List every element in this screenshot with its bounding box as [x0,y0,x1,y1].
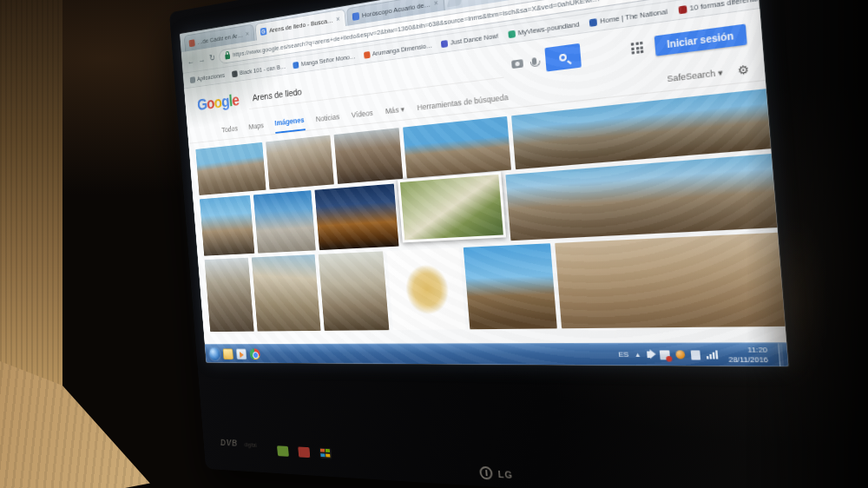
https-lock-icon [225,54,230,59]
tab-favicon [352,12,359,21]
bookmark-favicon [441,39,448,47]
bookmark-item[interactable]: Aplicaciones [190,71,226,83]
search-query-text: Arens de lledo [252,86,302,102]
search-category-tab[interactable]: Maps [248,116,265,135]
image-result-thumbnail[interactable] [266,135,334,190]
bookmark-label: Just Dance Now! [450,31,499,46]
chrome-taskbar-icon[interactable] [249,348,260,359]
image-result-thumbnail[interactable] [200,195,254,256]
windows-sticker [319,448,332,459]
lg-logo: LG [480,466,514,481]
action-center-flag-icon[interactable] [660,350,670,359]
dvb-bezel-sublabel: digital [244,442,257,448]
search-button[interactable] [544,43,582,72]
explorer-taskbar-icon[interactable] [223,348,233,359]
google-apps-grid-icon[interactable] [631,42,644,55]
photo-background: …de Cádiz en Ar…×GArens de lledo - Busca… [0,0,868,488]
hidden-icons-arrow[interactable]: ▲ [635,352,641,359]
screen: …de Cádiz en Ar…×GArens de lledo - Busca… [180,0,788,366]
search-category-tab[interactable]: Más ▾ [385,99,405,120]
tab-close-icon[interactable]: × [336,15,340,23]
tab-close-icon[interactable]: × [246,30,250,38]
volume-icon[interactable] [647,352,651,359]
new-tab-button[interactable] [446,0,464,8]
lg-face-icon [480,466,494,480]
dvb-bezel-label: DVB [220,438,239,448]
bezel-stickers [277,445,332,458]
tab-close-icon[interactable]: × [433,0,438,8]
image-result-thumbnail[interactable] [334,128,404,184]
bookmark-favicon [589,18,597,27]
green-sticker [277,445,289,457]
search-category-tab[interactable]: Imágenes [274,110,306,133]
search-category-tab[interactable]: Todos [221,119,239,138]
google-logo-letter: e [231,90,240,109]
tab-favicon: G [260,27,266,35]
bookmark-favicon [232,70,238,77]
update-notifier-icon[interactable] [675,350,685,359]
bookmark-favicon [190,76,196,83]
image-result-thumbnail[interactable] [253,190,316,253]
back-button[interactable]: ← [187,56,194,66]
media-player-taskbar-icon[interactable] [236,348,247,359]
bookmark-label: Black 101 - can B… [240,63,286,76]
room-shadow-right [746,0,868,488]
google-logo: Google [196,90,240,114]
bookmark-label: Aplicaciones [197,71,225,82]
safesearch-dropdown[interactable]: SafeSearch ▾ [667,67,723,83]
bookmark-favicon [293,61,299,68]
start-button[interactable] [209,347,220,359]
image-result-thumbnail[interactable] [314,184,398,251]
image-result-thumbnail[interactable] [252,254,321,331]
mic-icon[interactable] [532,57,537,65]
bookmark-favicon [508,30,516,37]
camera-search-icon[interactable] [511,59,523,69]
tab-favicon [188,39,194,47]
image-result-thumbnail[interactable] [195,142,266,195]
red-sticker [298,446,310,458]
forward-button[interactable]: → [198,55,206,64]
bookmark-favicon [678,5,687,14]
search-tools [510,43,582,76]
network-signal-icon[interactable] [706,350,718,359]
image-result-thumbnail[interactable] [398,172,506,243]
search-category-tab[interactable]: Vídeos [351,103,373,124]
language-indicator[interactable]: ES [618,350,629,359]
refresh-button[interactable]: ↻ [209,53,216,63]
bookmark-favicon [364,51,371,59]
image-result-thumbnail[interactable] [319,251,390,330]
device-tray-icon[interactable] [691,350,700,359]
windows-taskbar: ES ▲ 11:20 28/11/2016 [205,342,788,366]
search-category-tab[interactable]: Noticias [315,107,340,128]
sign-in-button[interactable]: Iniciar sesión [654,23,747,56]
image-result-thumbnail[interactable] [387,247,466,330]
image-result-thumbnail[interactable] [403,116,511,179]
image-result-thumbnail[interactable] [464,243,557,329]
image-result-thumbnail[interactable] [205,258,254,332]
magnifier-icon [559,54,567,63]
